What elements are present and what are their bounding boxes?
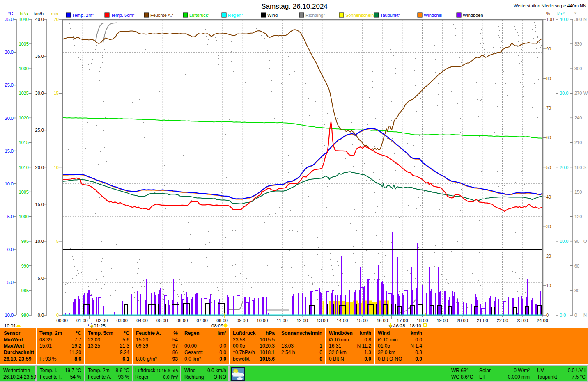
svg-text:50: 50 <box>546 165 551 170</box>
svg-text:10.0: 10.0 <box>5 181 14 186</box>
svg-text:00:00: 00:00 <box>56 318 68 323</box>
svg-text:22:00: 22:00 <box>497 318 508 323</box>
svg-text:01:00: 01:00 <box>76 318 88 323</box>
svg-text:30.0: 30.0 <box>5 50 14 55</box>
svg-text:18:10: 18:10 <box>409 323 421 328</box>
svg-text:17:00: 17:00 <box>397 318 408 323</box>
svg-text:180: 180 <box>574 165 582 170</box>
svg-text:70: 70 <box>546 105 551 110</box>
svg-text:30.0: 30.0 <box>35 91 44 96</box>
svg-text:04:00: 04:00 <box>136 318 148 323</box>
svg-text:20: 20 <box>546 254 551 258</box>
svg-text:-10.0: -10.0 <box>3 313 14 318</box>
svg-text:Temp. 2m*: Temp. 2m* <box>72 13 94 18</box>
svg-text:1015: 1015 <box>19 140 29 145</box>
svg-text:30: 30 <box>574 288 579 293</box>
svg-text:90: 90 <box>546 46 551 51</box>
svg-text:02:00: 02:00 <box>96 318 108 323</box>
svg-text:270: 270 <box>574 91 582 96</box>
svg-text:90: 90 <box>574 239 579 244</box>
svg-text:Wetterstation Niedersorpe 440m: Wetterstation Niedersorpe 440m NN <box>514 3 586 8</box>
svg-text:0.0: 0.0 <box>38 313 44 318</box>
svg-text:Richtung*: Richtung* <box>305 13 325 18</box>
svg-text:0: 0 <box>546 313 549 318</box>
svg-text:21:00: 21:00 <box>477 318 488 323</box>
svg-text:980: 980 <box>21 313 29 318</box>
svg-text:1005: 1005 <box>19 190 29 194</box>
svg-text:S: S <box>583 165 586 170</box>
svg-text:995: 995 <box>21 239 29 244</box>
svg-text:Windböen: Windböen <box>463 13 483 18</box>
svg-text:40.0: 40.0 <box>560 17 568 22</box>
svg-text:05:00: 05:00 <box>156 318 168 323</box>
svg-text:1030: 1030 <box>19 66 29 71</box>
svg-text:06:00: 06:00 <box>177 318 188 323</box>
svg-text:N: N <box>583 313 587 318</box>
svg-text:5: 5 <box>56 239 59 244</box>
svg-text:0: 0 <box>56 313 59 318</box>
svg-text:09:00: 09:00 <box>237 318 248 323</box>
svg-text:Temp. 5cm*: Temp. 5cm* <box>111 13 135 18</box>
svg-text:20: 20 <box>54 17 59 22</box>
svg-text:11:00: 11:00 <box>277 318 288 323</box>
svg-text:15: 15 <box>54 91 59 96</box>
svg-text:10: 10 <box>54 165 59 170</box>
svg-text:30: 30 <box>546 224 551 229</box>
svg-text:1020: 1020 <box>19 115 29 120</box>
svg-text:100: 100 <box>546 17 554 22</box>
svg-text:min: min <box>51 11 58 16</box>
svg-text:10:01: 10:01 <box>4 323 16 328</box>
svg-text:15.0: 15.0 <box>5 149 14 153</box>
svg-text:16:00: 16:00 <box>377 318 388 323</box>
svg-text:0: 0 <box>574 313 577 318</box>
svg-text:1025: 1025 <box>19 91 29 96</box>
svg-text:Samstag, 26.10.2024: Samstag, 26.10.2024 <box>261 2 328 10</box>
svg-text:80: 80 <box>546 76 551 81</box>
svg-text:N: N <box>583 17 587 22</box>
svg-text:24:00: 24:00 <box>537 318 548 323</box>
svg-text:15:00: 15:00 <box>356 318 368 323</box>
svg-text:0.0: 0.0 <box>7 247 14 252</box>
svg-text:08:09: 08:09 <box>211 323 223 328</box>
svg-text:19:00: 19:00 <box>436 318 448 323</box>
svg-text:60: 60 <box>546 135 551 140</box>
svg-text:5.0: 5.0 <box>38 276 44 281</box>
svg-text:07:00: 07:00 <box>196 318 208 323</box>
svg-text:20.0: 20.0 <box>35 165 44 170</box>
svg-text:13:00: 13:00 <box>317 318 328 323</box>
svg-text:990: 990 <box>21 263 29 268</box>
svg-text:18:00: 18:00 <box>417 318 428 323</box>
svg-text:150: 150 <box>574 190 582 194</box>
svg-text:Wind: Wind <box>267 13 278 18</box>
svg-text:16:28: 16:28 <box>393 323 405 328</box>
svg-text:l/m²: l/m² <box>557 11 565 16</box>
svg-text:25.0: 25.0 <box>35 128 44 133</box>
svg-text:1040: 1040 <box>19 17 29 22</box>
svg-text:985: 985 <box>21 288 29 293</box>
svg-text:Luftdruck*: Luftdruck* <box>189 13 210 18</box>
svg-text:°: ° <box>574 11 576 16</box>
svg-text:330: 330 <box>574 41 582 46</box>
svg-text:1035: 1035 <box>19 41 29 46</box>
svg-text:20.0: 20.0 <box>5 116 14 121</box>
svg-text:35.0: 35.0 <box>35 54 44 59</box>
svg-text:W: W <box>583 91 588 96</box>
svg-text:5.0: 5.0 <box>7 214 14 219</box>
svg-text:10.0: 10.0 <box>560 239 568 244</box>
svg-text:360: 360 <box>574 17 582 22</box>
svg-text:40.0: 40.0 <box>35 17 44 22</box>
svg-text:15.0: 15.0 <box>35 202 44 207</box>
svg-text:Sonnenschein: Sonnenschein <box>345 13 374 18</box>
svg-text:Regen*: Regen* <box>228 13 243 18</box>
svg-text:03:00: 03:00 <box>116 318 128 323</box>
svg-text:01:25: 01:25 <box>94 323 106 328</box>
svg-text:O: O <box>583 239 587 244</box>
svg-text:60: 60 <box>574 263 579 268</box>
svg-text:-5.0: -5.0 <box>6 280 14 285</box>
svg-text:1010: 1010 <box>19 165 29 170</box>
svg-text:240: 240 <box>574 115 582 120</box>
svg-text:210: 210 <box>574 140 582 145</box>
svg-text:Taupunkt*: Taupunkt* <box>380 13 401 18</box>
svg-text:14:00: 14:00 <box>337 318 348 323</box>
svg-text:km/h: km/h <box>34 11 44 16</box>
